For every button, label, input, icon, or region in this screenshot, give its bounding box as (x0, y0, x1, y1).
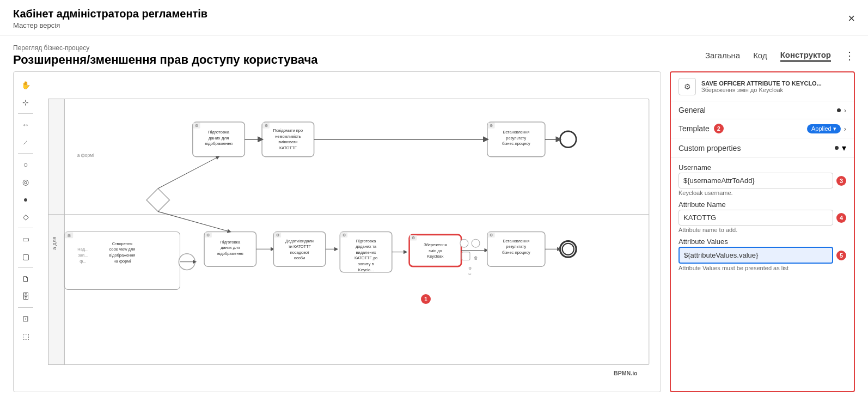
breadcrumb: Перегляд бізнес-процесу (13, 44, 318, 52)
general-section-left: General (678, 106, 706, 114)
app-title: Кабінет адміністратора регламентів (13, 8, 207, 20)
svg-text:⚙: ⚙ (412, 235, 415, 240)
svg-text:КАТОТТГ: КАТОТТГ (279, 145, 297, 150)
attr-values-step-badge: 5 (836, 251, 846, 260)
attr-name-group: Attribute Name 4 Attribute name to add. (678, 200, 846, 233)
svg-text:Підготовка: Підготовка (220, 240, 241, 245)
svg-text:Додати/видали: Додати/видали (285, 239, 314, 243)
template-arrow: › (844, 125, 846, 133)
panel-subtitle: Збереження змін до Keycloak (701, 87, 822, 93)
svg-text:⚙: ⚙ (265, 124, 268, 129)
custom-props-dot (835, 146, 839, 150)
svg-line-88 (158, 157, 218, 188)
bpmn-canvas-container[interactable]: ✋ ⊹ ↔ ⟋ ○ ◎ ● ◇ ▭ ▢ 🗋 🗄 ⊡ ⬚ (13, 71, 661, 392)
attr-values-label: Attribute Values (678, 237, 846, 246)
svg-text:бізнес-процесу: бізнес-процесу (502, 141, 530, 146)
svg-rect-73 (462, 252, 470, 260)
svg-rect-47 (273, 232, 325, 267)
svg-text:Створення: Створення (112, 241, 132, 246)
svg-text:Збереження: Збереження (424, 242, 447, 247)
svg-text:неможливість: неможливість (275, 134, 301, 139)
custom-props-label: Custom properties (678, 144, 741, 153)
panel-header: ⚙ SAVE OFFICER ATTRIBUTE TO KEYCLO... Зб… (671, 72, 854, 101)
app-subtitle: Мастер версія (13, 21, 207, 29)
attr-name-step-badge: 4 (836, 213, 846, 223)
attr-values-hint: Attribute Values must be presented as li… (678, 265, 846, 271)
more-menu-button[interactable]: ⋮ (844, 49, 855, 62)
svg-text:посадової: посадової (290, 250, 309, 255)
general-label: General (678, 106, 706, 114)
applied-badge: Applied ▾ (807, 124, 841, 133)
svg-text:видалених: видалених (356, 250, 376, 255)
attr-name-hint: Attribute name to add. (678, 227, 846, 233)
nav-tabs: Загальна Код Конструктор ⋮ (705, 49, 855, 62)
tab-code[interactable]: Код (753, 51, 767, 61)
svg-text:Підготовка: Підготовка (356, 239, 377, 243)
svg-text:code view для: code view для (109, 247, 136, 252)
attr-name-input[interactable] (678, 210, 833, 226)
svg-text:BPMN.io: BPMN.io (614, 370, 638, 376)
template-section[interactable]: Template 2 Applied ▾ › (671, 119, 854, 138)
attr-values-input[interactable] (678, 247, 833, 264)
svg-text:Підготовка: Підготовка (208, 130, 230, 135)
username-label: Username (678, 163, 846, 172)
custom-props-left: Custom properties (678, 144, 741, 153)
svg-text:бізнес-процесу: бізнес-процесу (502, 250, 530, 255)
svg-text:✂: ✂ (468, 272, 472, 277)
svg-point-71 (460, 239, 468, 247)
svg-text:а формі: а формі (77, 153, 94, 158)
svg-text:даних для: даних для (221, 245, 240, 250)
svg-text:Keyclo...: Keyclo... (358, 267, 374, 272)
general-arrow: › (844, 106, 846, 114)
username-step-badge: 3 (836, 176, 846, 186)
username-hint: Keycloak username. (678, 190, 846, 196)
tab-constructor[interactable]: Конструктор (780, 50, 831, 62)
svg-text:Встановлення: Встановлення (503, 239, 529, 243)
username-input[interactable] (678, 173, 833, 188)
tab-general[interactable]: Загальна (705, 51, 740, 61)
template-label: Template (678, 124, 710, 133)
page-nav: Перегляд бізнес-процесу Розширення/зменш… (13, 44, 855, 67)
svg-text:Встановлення: Встановлення (503, 130, 529, 135)
svg-point-85 (563, 243, 574, 255)
svg-text:змінювати: змінювати (278, 139, 297, 144)
svg-text:⚙: ⚙ (343, 233, 346, 237)
svg-text:результату: результату (506, 244, 526, 249)
svg-text:результату: результату (506, 136, 526, 141)
svg-text:відображення: відображення (205, 141, 233, 146)
step-badge-1: 1 (421, 294, 431, 304)
general-section[interactable]: General › (671, 101, 854, 119)
attr-values-group: Attribute Values 5 Attribute Values must… (678, 237, 846, 271)
svg-text:відображення: відображення (109, 253, 136, 258)
chevron-down-icon-2: ▾ (842, 143, 846, 153)
svg-text:🗑: 🗑 (474, 255, 478, 260)
panel-title: SAVE OFFICER ATTRIBUTE TO KEYCLO... (701, 80, 822, 87)
svg-text:Keycloak: Keycloak (427, 254, 443, 259)
svg-text:ф...: ф... (80, 259, 86, 264)
attr-name-label: Attribute Name (678, 200, 846, 209)
svg-text:доданих та: доданих та (356, 244, 377, 249)
svg-text:запиту в: запиту в (358, 261, 374, 266)
svg-rect-78 (487, 232, 545, 267)
properties-form: Username 3 Keycloak username. Attribute … (671, 158, 854, 277)
page-title-area: Перегляд бізнес-процесу Розширення/зменш… (13, 44, 318, 67)
right-panel: ⚙ SAVE OFFICER ATTRIBUTE TO KEYCLO... Зб… (670, 71, 855, 392)
svg-text:КАТОТТГ до: КАТОТТГ до (354, 255, 377, 260)
svg-text:зап...: зап... (78, 253, 88, 258)
page-content: Перегляд бізнес-процесу Розширення/зменш… (0, 35, 868, 392)
svg-text:ти КАТОТТГ: ти КАТОТТГ (288, 244, 310, 249)
custom-props-section[interactable]: Custom properties ▾ (671, 138, 854, 158)
svg-point-25 (560, 131, 576, 148)
svg-text:змін до: змін до (429, 248, 442, 253)
template-step-badge: 2 (714, 124, 724, 133)
close-button[interactable]: × (848, 11, 855, 26)
svg-text:⚙: ⚙ (468, 266, 472, 271)
svg-text:відображення: відображення (217, 251, 243, 256)
panel-element-icon: ⚙ (678, 78, 696, 95)
svg-text:⚙: ⚙ (195, 124, 198, 129)
bpmn-diagram: а для а формі Підготовка даних для відоб… (14, 72, 661, 392)
template-left: Template 2 (678, 124, 724, 133)
app-header: Кабінет адміністратора регламентів Масте… (0, 0, 868, 35)
svg-text:⚙: ⚙ (490, 233, 493, 237)
svg-text:а для: а для (51, 237, 57, 250)
